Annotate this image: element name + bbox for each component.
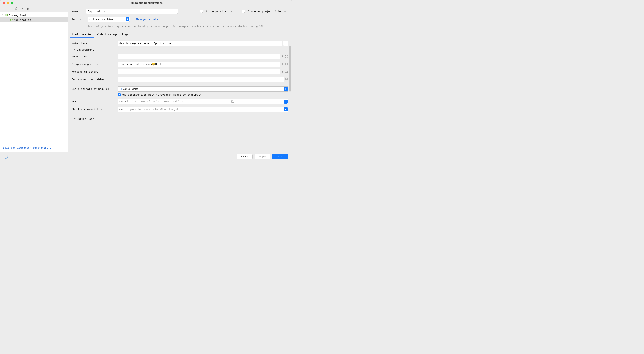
chevron-down-icon [74,49,76,50]
window-close-button[interactable] [2,2,5,4]
spring-boot-icon [10,18,13,21]
window-title: Run/Debug Configurations [0,2,292,4]
svg-rect-1 [16,8,17,9]
plus-icon[interactable] [281,70,284,74]
run-on-value: Local machine [93,18,113,21]
store-as-project-checkbox[interactable] [242,10,245,13]
select-caret-icon [284,107,288,111]
module-icon [119,88,122,90]
expand-icon[interactable] [285,55,288,58]
scrollbar[interactable] [289,46,291,92]
tabs: Configuration Code Coverage Logs [68,31,292,38]
main-class-label: Main class: [72,42,118,45]
classpath-label: Use classpath of module: [72,88,118,90]
ok-button[interactable]: OK [272,154,288,159]
plus-icon[interactable] [281,63,284,66]
dialog-window: Run/Debug Configurations Spring Boot [0,0,292,162]
folder-icon[interactable] [285,70,288,74]
dialog-footer: ? Close Apply OK [0,152,292,161]
svg-point-5 [11,20,12,20]
working-dir-label: Working directory: [72,70,118,73]
gear-icon[interactable] [284,10,287,13]
edit-templates-link[interactable]: Edit configuration templates... [3,146,52,149]
main-class-input[interactable]: dev.danvega.valuedemo.Application [118,41,282,46]
chevron-down-icon [2,14,4,16]
env-vars-input[interactable] [118,77,284,82]
svg-point-6 [285,11,286,12]
config-tree[interactable]: Spring Boot Application [0,12,68,144]
allow-parallel-label: Allow parallel run [206,10,234,13]
select-caret-icon [284,87,288,91]
name-input[interactable] [86,8,178,14]
manage-targets-link[interactable]: Manage targets... [136,18,163,21]
run-on-hint: Run configurations may be executed local… [88,24,287,28]
window-minimize-button[interactable] [6,2,9,4]
folder-icon[interactable] [232,100,234,103]
expand-icon[interactable] [285,63,288,66]
environment-section-header[interactable]: Environment [74,48,288,51]
name-label: Name: [72,10,84,13]
select-caret-icon [126,17,129,21]
store-as-project-label: Store as project file [248,10,281,13]
window-maximize-button[interactable] [10,2,13,4]
svg-rect-9 [120,89,121,90]
browse-main-class-button[interactable]: ... [283,41,288,46]
include-provided-checkbox[interactable] [118,93,120,96]
env-vars-label: Environment variables: [72,78,118,81]
program-args-input[interactable]: --welcome.salutation=😄Hello [118,62,280,67]
svg-point-3 [6,15,7,16]
classpath-value: value-demo [123,88,138,90]
vm-options-label: VM options: [72,55,118,58]
save-config-icon[interactable] [20,7,24,10]
jre-select[interactable]: Default (17 - SDK of 'value-demo' module… [118,99,288,104]
tree-node-spring-boot[interactable]: Spring Boot [0,12,68,17]
shorten-label: Shorten command line: [72,108,118,110]
apply-button[interactable]: Apply [254,154,270,159]
titlebar: Run/Debug Configurations [0,0,292,6]
help-icon[interactable]: ? [4,155,8,159]
traffic-lights [0,2,13,4]
working-dir-input[interactable] [118,69,280,74]
tree-label: Spring Boot [9,14,26,16]
sidebar-footer: Edit configuration templates... [0,144,68,152]
plus-icon[interactable] [281,55,284,58]
config-editor: Name: Allow parallel run Store as projec… [68,6,292,152]
jre-label: JRE: [72,100,118,103]
home-icon [89,18,92,21]
vm-options-input[interactable] [118,54,280,59]
tab-configuration[interactable]: Configuration [72,31,93,38]
spring-boot-icon [5,13,8,16]
configurations-sidebar: Spring Boot Application Edit configurati… [0,6,68,152]
classpath-select[interactable]: value-demo [118,86,288,92]
close-button[interactable]: Close [236,154,252,159]
config-body[interactable]: Main class: dev.danvega.valuedemo.Applic… [68,38,292,152]
run-on-select[interactable]: Local machine [88,16,130,22]
spring-boot-section-header[interactable]: Spring Boot [74,117,288,120]
select-caret-icon [284,100,288,104]
tree-label: Application [14,18,31,21]
tree-node-application[interactable]: Application [0,17,68,22]
sidebar-toolbar [0,6,68,12]
allow-parallel-checkbox[interactable] [200,10,203,13]
sort-config-icon[interactable] [26,7,30,10]
tab-logs[interactable]: Logs [122,31,129,38]
program-args-label: Program arguments: [72,63,118,66]
include-provided-label: Add dependencies with "provided" scope t… [122,93,201,96]
list-icon[interactable] [285,78,288,81]
remove-config-icon[interactable] [8,7,12,10]
run-on-label: Run on: [72,18,86,21]
shorten-select[interactable]: none - java [options] className [args] [118,106,288,112]
tab-code-coverage[interactable]: Code Coverage [97,31,118,38]
chevron-down-icon [74,118,76,119]
copy-config-icon[interactable] [14,7,18,10]
add-config-icon[interactable] [2,7,6,10]
